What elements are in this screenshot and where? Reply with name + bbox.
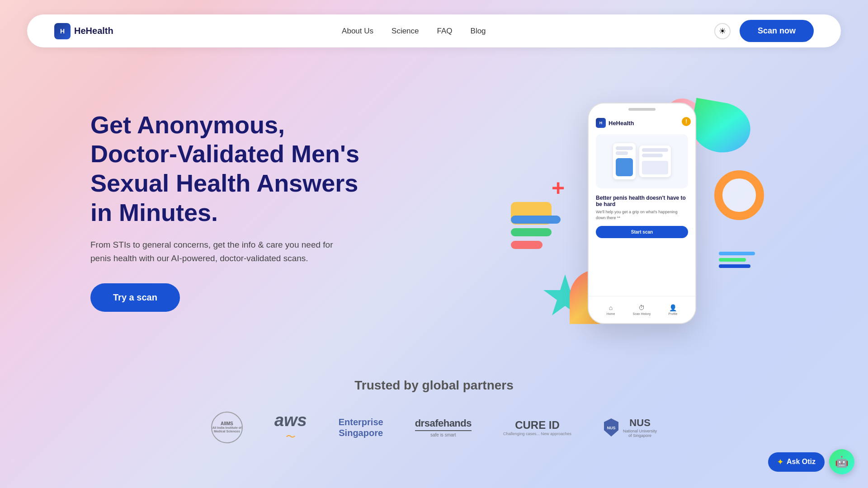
svg-text:NUS: NUS <box>607 426 616 430</box>
cureid-sub-text: Challenging cases... New approaches <box>503 432 571 436</box>
nav-about[interactable]: About Us <box>342 27 373 35</box>
phone-text-block: Better penis health doesn't have to be h… <box>596 195 688 221</box>
nav-science[interactable]: Science <box>392 27 419 35</box>
phone-tab-home-label: Home <box>607 312 615 315</box>
navbar: H HeHealth About Us Science FAQ Blog ☀ S… <box>27 14 841 47</box>
orange-ring-decoration <box>714 170 764 220</box>
phone-bottom-bar: ⌂ Home ⏱ Scan History 👤 Profile <box>589 296 695 323</box>
aws-logo-text: aws <box>274 411 307 430</box>
enterprise-sg-logo-text: EnterpriseSingapore <box>339 417 383 438</box>
blue-bar-decoration <box>511 216 561 224</box>
home-icon: ⌂ <box>609 304 613 311</box>
phone-tab-profile-label: Profile <box>669 312 678 315</box>
green-bar-decoration <box>511 228 552 236</box>
phone-mockup: H HeHealth ! <box>588 103 696 324</box>
aiims-logo: AIIMS All India Institute of Medical Sci… <box>211 412 243 443</box>
cureid-logo-text: CURE ID <box>503 419 571 432</box>
chat-avatar-button[interactable]: 🤖 <box>829 449 854 474</box>
phone-app-preview: ! <box>596 134 688 188</box>
drsafehands-logo-text: drsafehands <box>415 418 472 429</box>
profile-icon: 👤 <box>669 304 677 311</box>
theme-toggle-icon[interactable]: ☀ <box>714 23 731 39</box>
nav-faq[interactable]: FAQ <box>437 27 453 35</box>
star-icon: ✦ <box>777 458 783 466</box>
phone-preview-box2: ! <box>639 145 671 177</box>
phone-logo-text: HeHealth <box>609 120 634 127</box>
nus-logo: NUS NUS National Universityof Singapore <box>603 417 657 438</box>
trusted-section: Trusted by global partners AIIMS All Ind… <box>0 360 868 471</box>
lines-decoration <box>719 252 755 279</box>
phone-tab-scan-history[interactable]: ⏱ Scan History <box>633 304 651 315</box>
phone-preview-box1 <box>613 143 636 179</box>
partner-nus: NUS NUS National Universityof Singapore <box>603 417 657 438</box>
phone-tab-history-label: Scan History <box>633 312 651 315</box>
hero-visual: + H HeHealth <box>506 89 778 333</box>
trusted-title: Trusted by global partners <box>45 378 823 393</box>
partner-drsafehands: drsafehands safe is smart <box>415 418 472 437</box>
scan-now-button[interactable]: Scan now <box>740 20 814 42</box>
chat-bot-icon: 🤖 <box>835 455 849 468</box>
partner-cure-id: CURE ID Challenging cases... New approac… <box>503 419 571 436</box>
phone-logo-icon: H <box>596 118 606 128</box>
nus-subtext: National Universityof Singapore <box>623 429 657 438</box>
hero-subtitle: From STIs to general concerns, get the i… <box>90 238 344 266</box>
partner-aiims: AIIMS All India Institute of Medical Sci… <box>211 412 243 443</box>
logo-icon: H <box>54 23 71 39</box>
pink-bar-decoration <box>511 241 542 249</box>
hero-section: Get Anonymous, Doctor-Validated Men's Se… <box>0 62 868 360</box>
aws-arrow-icon: 〜 <box>286 430 296 444</box>
chat-label-text: Ask Otiz <box>787 458 816 466</box>
phone-tab-profile[interactable]: 👤 Profile <box>669 304 678 315</box>
brand-name: HeHealth <box>74 26 113 36</box>
nav-right: ☀ Scan now <box>714 20 814 42</box>
history-icon: ⏱ <box>638 304 645 311</box>
partner-aws: aws 〜 <box>274 411 307 444</box>
nus-logo-text: NUS <box>623 417 657 429</box>
teal-blob-decoration <box>688 98 754 157</box>
brand-logo[interactable]: H HeHealth <box>54 23 113 39</box>
nav-blog[interactable]: Blog <box>471 27 486 35</box>
nav-links: About Us Science FAQ Blog <box>342 27 486 36</box>
phone-app-title: Better penis health doesn't have to be h… <box>596 195 688 207</box>
plus-icon-decoration: + <box>552 175 565 201</box>
partner-enterprise-sg: EnterpriseSingapore <box>339 417 383 438</box>
chat-label[interactable]: ✦ Ask Otiz <box>768 452 825 472</box>
try-scan-button[interactable]: Try a scan <box>90 283 180 312</box>
drsafehands-sub-text: safe is smart <box>415 430 472 437</box>
sun-icon: ☀ <box>719 26 726 36</box>
phone-tab-home[interactable]: ⌂ Home <box>607 304 615 315</box>
phone-start-scan-button[interactable]: Start scan <box>596 226 688 238</box>
phone-app-body: We'll help you get a grip on what's happ… <box>596 209 688 221</box>
hero-title: Get Anonymous, Doctor-Validated Men's Se… <box>90 110 371 227</box>
hero-text-block: Get Anonymous, Doctor-Validated Men's Se… <box>90 110 371 312</box>
partners-row: AIIMS All India Institute of Medical Sci… <box>45 411 823 444</box>
chat-widget[interactable]: ✦ Ask Otiz 🤖 <box>768 449 854 474</box>
phone-app-logo: H HeHealth <box>596 118 688 128</box>
